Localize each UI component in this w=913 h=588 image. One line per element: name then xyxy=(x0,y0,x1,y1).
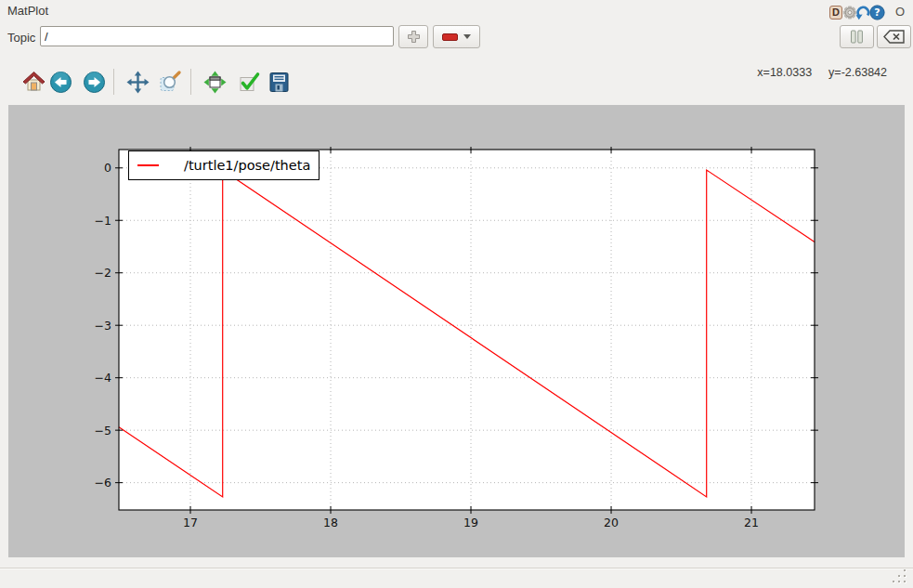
legend: /turtle1/pose/theta xyxy=(128,150,320,180)
configure-subplots-button[interactable] xyxy=(203,71,227,94)
matplot-window: { "window": { "title": "MatPlot" }, "tit… xyxy=(0,0,913,588)
svg-text:−1: −1 xyxy=(95,214,111,228)
topic-input[interactable] xyxy=(40,26,394,46)
svg-text:21: 21 xyxy=(744,516,759,529)
pan-button[interactable] xyxy=(126,71,150,94)
help-icon[interactable]: ? xyxy=(869,5,885,20)
svg-text:−2: −2 xyxy=(95,266,111,280)
window-title: MatPlot xyxy=(7,4,48,18)
svg-text:?: ? xyxy=(874,7,880,19)
forward-button[interactable] xyxy=(83,71,106,94)
coord-y: y=-2.63842 xyxy=(828,66,887,79)
pause-button[interactable] xyxy=(840,25,874,48)
svg-text:19: 19 xyxy=(463,516,478,529)
svg-text:20: 20 xyxy=(604,516,619,529)
pause-icon xyxy=(850,30,864,44)
svg-text:−3: −3 xyxy=(95,319,111,333)
zoom-rect-button[interactable] xyxy=(159,71,182,94)
svg-text:0: 0 xyxy=(104,161,111,175)
coord-x: x=18.0333 xyxy=(757,66,812,79)
svg-text:18: 18 xyxy=(323,516,338,529)
topic-label: Topic xyxy=(7,31,35,45)
cursor-coordinates: x=18.0333 y=-2.63842 xyxy=(757,66,887,79)
minus-icon xyxy=(442,33,458,41)
customize-button[interactable] xyxy=(238,71,261,94)
resize-grip[interactable] xyxy=(890,568,910,586)
svg-text:−6: −6 xyxy=(95,476,111,490)
backspace-clear-icon xyxy=(883,30,905,44)
dropdown-arrow-icon xyxy=(463,34,471,39)
legend-line-sample xyxy=(137,164,159,166)
svg-text:−4: −4 xyxy=(95,371,111,385)
dock-d-icon[interactable]: D xyxy=(829,6,842,20)
toolbar-separator xyxy=(113,69,114,95)
legend-label: /turtle1/pose/theta xyxy=(184,158,310,173)
reload-icon[interactable] xyxy=(855,5,870,20)
clear-button[interactable] xyxy=(877,25,911,48)
save-button[interactable] xyxy=(267,71,291,94)
remove-topic-button[interactable] xyxy=(433,25,480,48)
toolbar-separator xyxy=(190,69,191,95)
back-button[interactable] xyxy=(49,71,72,94)
svg-text:17: 17 xyxy=(183,516,198,529)
home-button[interactable] xyxy=(22,71,46,94)
svg-text:−5: −5 xyxy=(95,424,111,438)
add-topic-button[interactable] xyxy=(398,25,428,48)
close-circle-icon[interactable]: O xyxy=(895,5,905,19)
figure-canvas: 17181920210−1−2−3−4−5−6 /turtle1/pose/th… xyxy=(8,105,905,557)
status-bar-divider-highlight xyxy=(0,568,913,569)
plus-icon xyxy=(407,30,421,44)
